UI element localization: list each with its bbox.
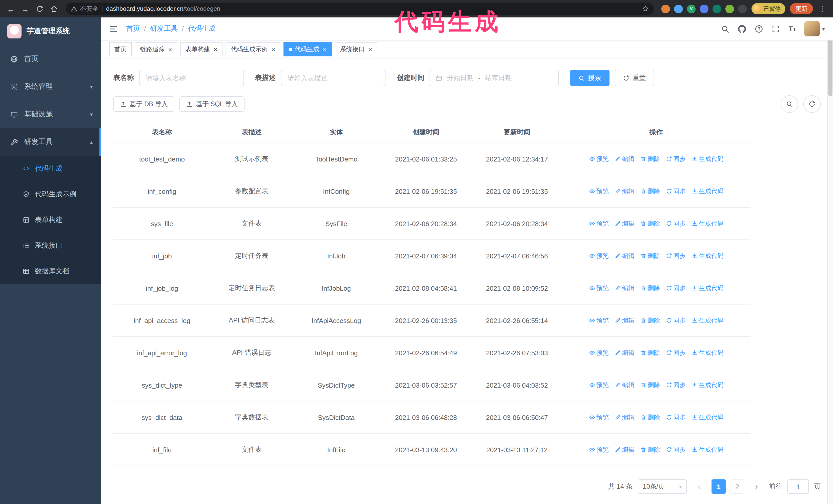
extension-icon[interactable] xyxy=(674,4,683,13)
action-preview-link[interactable]: 预览 xyxy=(589,284,609,292)
action-preview-link[interactable]: 预览 xyxy=(589,251,609,260)
sidebar-item-home[interactable]: 首页 xyxy=(0,45,101,73)
action-delete-link[interactable]: 删除 xyxy=(640,413,660,422)
search-icon[interactable] xyxy=(721,24,730,33)
action-preview-link[interactable]: 预览 xyxy=(589,187,609,196)
action-edit-link[interactable]: 编辑 xyxy=(614,187,634,196)
extension-icon[interactable] xyxy=(725,4,734,13)
action-delete-link[interactable]: 删除 xyxy=(640,316,660,325)
breadcrumb-item[interactable]: 首页 xyxy=(126,24,140,33)
action-delete-link[interactable]: 删除 xyxy=(640,154,660,163)
sidebar-item-devtools[interactable]: 研发工具▴ xyxy=(0,128,101,156)
action-delete-link[interactable]: 删除 xyxy=(640,187,660,196)
browser-home-button[interactable] xyxy=(47,2,61,16)
action-edit-link[interactable]: 编辑 xyxy=(614,284,634,292)
toggle-search-button[interactable] xyxy=(781,95,798,113)
action-delete-link[interactable]: 删除 xyxy=(640,445,660,454)
extension-icon[interactable] xyxy=(738,4,747,13)
browser-back-button[interactable]: ← xyxy=(4,2,18,16)
extension-icon[interactable] xyxy=(713,4,721,13)
extension-icon[interactable]: V xyxy=(687,4,696,13)
extension-icon[interactable] xyxy=(661,4,670,13)
tab-form-builder[interactable]: 表单构建× xyxy=(180,42,222,56)
action-sync-link[interactable]: 同步 xyxy=(666,349,686,357)
action-delete-link[interactable]: 删除 xyxy=(640,284,660,292)
action-generate-link[interactable]: 生成代码 xyxy=(691,154,723,163)
browser-profile-chip[interactable]: 已暂停 xyxy=(752,3,785,14)
table-name-input[interactable] xyxy=(139,70,244,86)
page-button-1[interactable]: 1 xyxy=(712,479,726,494)
browser-forward-button[interactable]: → xyxy=(19,2,32,16)
tab-close-icon[interactable]: × xyxy=(271,46,275,52)
action-sync-link[interactable]: 同步 xyxy=(666,413,686,422)
page-button-2[interactable]: 2 xyxy=(730,479,744,494)
browser-update-button[interactable]: 更新 xyxy=(790,3,813,14)
action-edit-link[interactable]: 编辑 xyxy=(614,413,634,422)
action-sync-link[interactable]: 同步 xyxy=(666,284,686,292)
action-preview-link[interactable]: 预览 xyxy=(589,154,609,163)
tab-home[interactable]: 首页 xyxy=(109,42,132,56)
sidebar-item-db-doc[interactable]: 数据库文档 xyxy=(0,258,101,284)
tab-close-icon[interactable]: × xyxy=(323,46,327,52)
user-avatar-button[interactable]: ▾ xyxy=(804,21,825,37)
github-icon[interactable] xyxy=(738,24,747,33)
action-edit-link[interactable]: 编辑 xyxy=(614,316,634,325)
action-generate-link[interactable]: 生成代码 xyxy=(691,251,723,260)
date-range-picker[interactable]: 开始日期 - 结束日期 xyxy=(430,70,559,86)
refresh-table-button[interactable] xyxy=(803,95,821,113)
help-icon[interactable] xyxy=(755,24,764,33)
sidebar-item-infra[interactable]: 基础设施▾ xyxy=(0,100,101,128)
extension-icon[interactable] xyxy=(700,4,709,13)
action-sync-link[interactable]: 同步 xyxy=(666,251,686,260)
sidebar-item-api[interactable]: 系统接口 xyxy=(0,233,101,258)
action-preview-link[interactable]: 预览 xyxy=(589,349,609,357)
action-generate-link[interactable]: 生成代码 xyxy=(691,381,723,389)
fullscreen-icon[interactable] xyxy=(772,24,781,33)
security-chip[interactable]: 不安全 xyxy=(71,4,98,13)
action-generate-link[interactable]: 生成代码 xyxy=(691,219,723,228)
next-page-button[interactable]: › xyxy=(749,479,764,494)
action-delete-link[interactable]: 删除 xyxy=(640,219,660,228)
tab-api[interactable]: 系统接口× xyxy=(335,42,377,56)
action-edit-link[interactable]: 编辑 xyxy=(614,349,634,357)
action-sync-link[interactable]: 同步 xyxy=(666,445,686,454)
action-sync-link[interactable]: 同步 xyxy=(666,381,686,389)
action-preview-link[interactable]: 预览 xyxy=(589,381,609,389)
table-desc-input[interactable] xyxy=(281,70,385,86)
app-logo[interactable]: 芋道管理系统 xyxy=(0,18,101,45)
tab-close-icon[interactable]: × xyxy=(168,46,172,52)
search-button[interactable]: 搜索 xyxy=(570,70,610,86)
prev-page-button[interactable]: ‹ xyxy=(692,479,706,494)
action-preview-link[interactable]: 预览 xyxy=(589,219,609,228)
action-edit-link[interactable]: 编辑 xyxy=(614,154,634,163)
reset-button[interactable]: 重置 xyxy=(615,70,654,86)
action-preview-link[interactable]: 预览 xyxy=(589,413,609,422)
action-edit-link[interactable]: 编辑 xyxy=(614,445,634,454)
breadcrumb-item[interactable]: 研发工具 xyxy=(150,24,178,33)
action-preview-link[interactable]: 预览 xyxy=(589,316,609,325)
action-delete-link[interactable]: 删除 xyxy=(640,349,660,357)
page-scrollbar[interactable] xyxy=(827,18,833,504)
action-generate-link[interactable]: 生成代码 xyxy=(691,284,723,292)
action-delete-link[interactable]: 删除 xyxy=(640,251,660,260)
bookmark-star-icon[interactable] xyxy=(642,5,649,12)
sidebar-item-system[interactable]: 系统管理▾ xyxy=(0,73,101,100)
action-preview-link[interactable]: 预览 xyxy=(589,445,609,454)
sidebar-toggle-icon[interactable] xyxy=(109,24,118,33)
action-edit-link[interactable]: 编辑 xyxy=(614,251,634,260)
import-db-button[interactable]: 基于 DB 导入 xyxy=(113,96,174,112)
goto-page-input[interactable] xyxy=(787,479,809,494)
import-sql-button[interactable]: 基于 SQL 导入 xyxy=(180,96,244,112)
tab-trace[interactable]: 链路追踪× xyxy=(135,42,177,56)
action-generate-link[interactable]: 生成代码 xyxy=(691,349,723,357)
action-generate-link[interactable]: 生成代码 xyxy=(691,316,723,325)
tab-codegen-example[interactable]: 代码生成示例× xyxy=(225,42,280,56)
sidebar-item-codegen[interactable]: 代码生成 xyxy=(0,156,101,182)
page-size-select[interactable]: 10条/页 ▾ xyxy=(638,479,687,494)
browser-address-bar[interactable]: 不安全 dashboard.yudao.iocoder.cn/tool/code… xyxy=(66,3,654,15)
action-generate-link[interactable]: 生成代码 xyxy=(691,187,723,196)
action-edit-link[interactable]: 编辑 xyxy=(614,381,634,389)
action-sync-link[interactable]: 同步 xyxy=(666,154,686,163)
sidebar-item-form-builder[interactable]: 表单构建 xyxy=(0,207,101,233)
sidebar-item-codegen-example[interactable]: 代码生成示例 xyxy=(0,182,101,207)
